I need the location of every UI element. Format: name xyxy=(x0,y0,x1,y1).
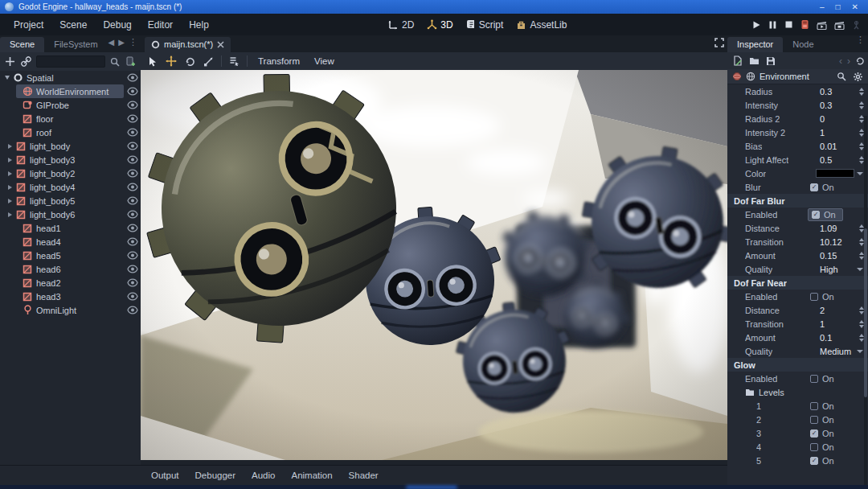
property-value[interactable]: 0.5 xyxy=(820,155,832,165)
visibility-eye-icon[interactable] xyxy=(125,101,141,109)
property-value[interactable]: 1.09 xyxy=(820,224,837,233)
checkbox-icon[interactable]: ✓ xyxy=(810,457,818,465)
property-value[interactable]: High xyxy=(820,265,838,274)
checkbox-control[interactable]: On xyxy=(810,401,834,411)
tree-node-light_body3[interactable]: light_body3 xyxy=(0,153,141,166)
tree-node-head3[interactable]: head3 xyxy=(0,290,141,303)
checkbox-icon[interactable]: ✓ xyxy=(812,211,820,219)
load-resource-button[interactable] xyxy=(748,55,760,66)
property-value[interactable]: 0.3 xyxy=(820,101,832,110)
visibility-eye-icon[interactable] xyxy=(125,73,141,82)
checkbox-icon[interactable]: ✓ xyxy=(810,429,818,438)
movie-button[interactable] xyxy=(800,18,810,31)
section-dof-far-near[interactable]: Dof Far Near xyxy=(727,276,868,290)
visibility-eye-icon[interactable] xyxy=(125,183,141,191)
instance-scene-button[interactable] xyxy=(20,55,32,68)
property-value[interactable]: 0.1 xyxy=(820,333,832,343)
property-value[interactable]: 0.15 xyxy=(820,251,837,261)
tab-next-icon[interactable]: ▶ xyxy=(118,38,125,47)
visibility-eye-icon[interactable] xyxy=(125,265,141,273)
visibility-eye-icon[interactable] xyxy=(125,128,141,137)
checkbox-icon[interactable] xyxy=(810,293,818,301)
spinner-arrows-icon[interactable] xyxy=(859,101,864,109)
checkbox-control[interactable]: On xyxy=(810,415,834,425)
search-icon[interactable] xyxy=(109,56,121,68)
history-forward-icon[interactable]: › xyxy=(847,55,850,67)
scale-tool-button[interactable] xyxy=(203,55,215,68)
adjust-button[interactable] xyxy=(851,19,862,31)
workspace-3d[interactable]: 3D xyxy=(423,17,457,33)
add-node-button[interactable] xyxy=(4,55,16,68)
menu-help[interactable]: Help xyxy=(182,16,216,34)
tree-node-floor[interactable]: floor xyxy=(0,112,141,125)
tree-node-head6[interactable]: head6 xyxy=(0,262,141,276)
checkbox-control[interactable]: On xyxy=(810,292,834,302)
checkbox-control[interactable]: On xyxy=(810,470,834,471)
property-value[interactable]: 1 xyxy=(820,319,825,329)
visibility-eye-icon[interactable] xyxy=(125,114,141,123)
visibility-eye-icon[interactable] xyxy=(125,292,141,301)
expand-arrow[interactable] xyxy=(5,144,15,149)
menu-scene[interactable]: Scene xyxy=(52,16,94,34)
visibility-eye-icon[interactable] xyxy=(125,155,141,164)
visibility-eye-icon[interactable] xyxy=(125,196,141,205)
checkbox-icon[interactable] xyxy=(810,443,818,451)
tree-node-light_body2[interactable]: light_body2 xyxy=(0,166,141,180)
minimize-button[interactable]: – xyxy=(820,2,825,11)
viewport-3d[interactable] xyxy=(141,70,727,460)
tree-node-OmniLight[interactable]: OmniLight xyxy=(0,303,141,317)
color-swatch[interactable] xyxy=(816,169,854,178)
inspector-dock-tab-node[interactable]: Node xyxy=(783,37,823,52)
viewport-menu-view[interactable]: View xyxy=(310,55,338,68)
object-history-icon[interactable] xyxy=(855,56,865,66)
maximize-button[interactable]: □ xyxy=(836,2,841,11)
visibility-eye-icon[interactable] xyxy=(125,87,141,96)
close-tab-icon[interactable] xyxy=(217,41,224,48)
visibility-eye-icon[interactable] xyxy=(125,169,141,178)
inspector-dock-tab-inspector[interactable]: Inspector xyxy=(727,37,783,52)
close-button[interactable]: ✕ xyxy=(852,2,858,11)
bottom-tab-audio[interactable]: Audio xyxy=(245,468,281,483)
checkbox-control[interactable]: On xyxy=(810,442,834,452)
attach-script-button[interactable] xyxy=(125,55,137,68)
visibility-eye-icon[interactable] xyxy=(125,142,141,150)
scene-dock-tab-filesystem[interactable]: FileSystem xyxy=(44,37,107,52)
list-select-tool-button[interactable] xyxy=(228,55,240,67)
checkbox-control[interactable]: ✓ On xyxy=(810,456,834,466)
property-value[interactable]: Medium xyxy=(820,347,851,356)
checkbox-icon[interactable]: ✓ xyxy=(810,183,818,191)
tree-node-light_body4[interactable]: light_body4 xyxy=(0,180,141,194)
filter-nodes-input[interactable] xyxy=(36,55,105,68)
move-tool-button[interactable] xyxy=(165,55,178,68)
tree-node-light_body6[interactable]: light_body6 xyxy=(0,208,141,221)
checkbox-icon[interactable] xyxy=(810,402,818,410)
inspector-scrollbar[interactable] xyxy=(864,116,867,486)
visibility-eye-icon[interactable] xyxy=(125,210,141,219)
gear-icon[interactable] xyxy=(853,72,863,82)
expand-arrow[interactable] xyxy=(2,76,12,80)
new-resource-button[interactable] xyxy=(732,55,743,67)
visibility-eye-icon[interactable] xyxy=(125,251,141,260)
tree-node-head2[interactable]: head2 xyxy=(0,276,141,290)
expand-arrow[interactable] xyxy=(5,185,15,190)
play-custom-scene-button[interactable] xyxy=(833,19,845,31)
tree-node-Spatial[interactable]: Spatial xyxy=(0,71,141,84)
tree-node-light_body5[interactable]: light_body5 xyxy=(0,194,141,208)
workspace-assetlib[interactable]: AssetLib xyxy=(512,17,571,33)
dropdown-caret-icon[interactable] xyxy=(857,172,863,175)
expand-arrow[interactable] xyxy=(5,212,15,217)
bottom-tab-shader[interactable]: Shader xyxy=(342,468,385,483)
tree-node-GIProbe[interactable]: GIProbe xyxy=(0,98,141,112)
bottom-tab-output[interactable]: Output xyxy=(145,468,186,483)
property-value[interactable]: 0 xyxy=(820,114,825,124)
expand-arrow[interactable] xyxy=(5,158,15,162)
distraction-free-icon[interactable] xyxy=(714,38,724,47)
pause-button[interactable] xyxy=(768,19,778,31)
scrollbar-thumb[interactable] xyxy=(864,228,867,397)
checkbox-icon[interactable] xyxy=(810,416,818,424)
property-value[interactable]: 0.3 xyxy=(820,87,832,97)
workspace-script[interactable]: Script xyxy=(462,17,508,33)
property-value[interactable]: 0.01 xyxy=(820,142,837,151)
menu-project[interactable]: Project xyxy=(6,16,51,34)
menu-editor[interactable]: Editor xyxy=(141,16,180,34)
